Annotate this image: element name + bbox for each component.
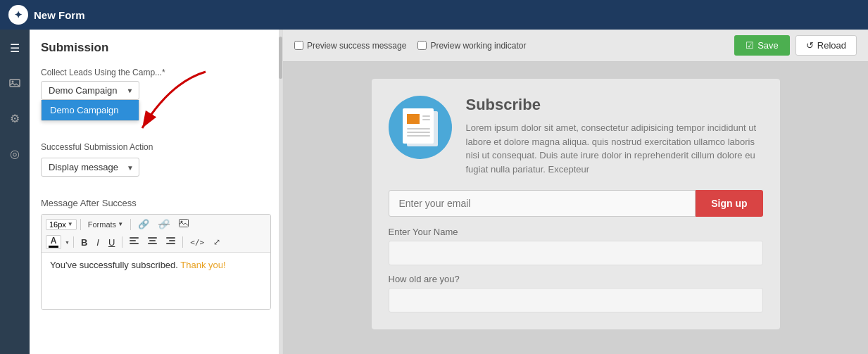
- italic-button[interactable]: I: [93, 236, 103, 249]
- svg-rect-8: [148, 237, 157, 239]
- subscribe-description: Lorem ipsum dolor sit amet, consectetur …: [466, 121, 763, 176]
- font-size-value: 16px: [49, 220, 66, 229]
- signup-button[interactable]: Sign up: [696, 190, 762, 217]
- separator-4: [122, 236, 122, 248]
- subscribe-title: Subscribe: [466, 96, 763, 114]
- link-button[interactable]: 🔗: [134, 217, 153, 231]
- campaign-dropdown-display[interactable]: Demo Campaign ▼: [41, 81, 139, 100]
- preview-working-checkbox-label[interactable]: Preview working indicator: [417, 41, 526, 51]
- preview-success-label: Preview success message: [307, 41, 406, 51]
- left-scrollbar[interactable]: [279, 30, 282, 354]
- newspaper-icon: [401, 107, 439, 148]
- email-row: Sign up: [389, 190, 763, 217]
- scrollbar-thumb: [279, 37, 282, 79]
- reload-icon: ↺: [806, 40, 814, 51]
- top-bar: ✦ New Form: [0, 0, 868, 30]
- app-logo: ✦: [8, 5, 28, 25]
- line-4: [407, 132, 430, 133]
- line-2: [422, 119, 430, 120]
- sidebar-item-gear[interactable]: ⚙: [4, 107, 26, 129]
- collect-leads-label: Collect Leads Using the Camp...*: [41, 68, 271, 77]
- subscribe-card: Subscribe Lorem ipsum dolor sit amet, co…: [372, 79, 780, 329]
- toolbar-row-1: 16px ▼ Formats ▼ 🔗 🔗: [46, 217, 266, 231]
- save-checkmark-icon: ☑: [746, 40, 754, 51]
- align-right-button[interactable]: [163, 236, 179, 248]
- svg-rect-6: [130, 240, 136, 241]
- reload-button[interactable]: ↺ Reload: [795, 35, 857, 56]
- font-color-indicator: [49, 246, 58, 248]
- font-size-select[interactable]: 16px ▼: [46, 219, 77, 230]
- formats-arrow-icon: ▼: [118, 221, 123, 227]
- display-message-select[interactable]: Display message: [41, 158, 139, 177]
- panel-title: Submission: [41, 41, 271, 55]
- formats-button[interactable]: Formats ▼: [84, 219, 127, 230]
- editor-toolbar: 16px ▼ Formats ▼ 🔗 🔗: [42, 215, 270, 253]
- image-button[interactable]: [175, 217, 192, 231]
- align-center-icon: [148, 237, 157, 247]
- separator-3: [73, 236, 74, 248]
- campaign-option-demo[interactable]: Demo Campaign: [42, 100, 139, 120]
- email-input[interactable]: [389, 190, 696, 217]
- save-button[interactable]: ☑ Save: [734, 35, 790, 56]
- age-label: How old are you?: [389, 274, 763, 284]
- left-panel: Submission Collect Leads Using the Camp.…: [30, 30, 283, 354]
- svg-rect-7: [130, 243, 139, 244]
- underline-button[interactable]: U: [105, 236, 118, 249]
- separator-2: [130, 219, 131, 230]
- font-size-arrow: ▼: [68, 221, 73, 227]
- svg-rect-11: [166, 237, 175, 239]
- sidebar-item-list[interactable]: ☰: [4, 37, 26, 59]
- font-color-arrow: ▼: [65, 240, 70, 245]
- sidebar-item-target[interactable]: ◎: [4, 142, 26, 165]
- icon-sidebar: ☰ ⚙ ◎: [0, 30, 30, 354]
- align-left-icon: [130, 237, 139, 247]
- thank-you-text: Thank you!: [180, 260, 225, 270]
- preview-success-checkbox-label[interactable]: Preview success message: [294, 41, 406, 51]
- preview-working-label: Preview working indicator: [430, 41, 526, 51]
- campaign-selected-value: Demo Campaign: [49, 85, 118, 96]
- bold-button[interactable]: B: [77, 236, 91, 249]
- subscribe-icon-circle: [389, 96, 452, 159]
- display-message-wrapper[interactable]: Display message ▼: [41, 158, 139, 177]
- campaign-dropdown[interactable]: Demo Campaign ▼ Demo Campaign: [41, 81, 271, 100]
- svg-rect-9: [149, 240, 156, 241]
- rich-text-editor: 16px ▼ Formats ▼ 🔗 🔗: [41, 214, 271, 310]
- save-label: Save: [757, 40, 779, 51]
- subscribe-header: Subscribe Lorem ipsum dolor sit amet, co…: [389, 96, 763, 176]
- link-icon: 🔗: [138, 219, 149, 229]
- separator-5: [182, 236, 183, 248]
- toolbar-row-2: A ▼ B I U: [46, 235, 266, 249]
- newspaper-orange-square: [407, 114, 420, 124]
- form-section: Sign up Enter Your Name How old are you?: [389, 190, 763, 312]
- align-left-button[interactable]: [126, 236, 142, 248]
- name-label: Enter Your Name: [389, 227, 763, 237]
- success-text: You've successfully subscribed.: [50, 260, 178, 270]
- subscribe-text-area: Subscribe Lorem ipsum dolor sit amet, co…: [466, 96, 763, 176]
- font-color-a-label: A: [51, 236, 57, 245]
- right-panel: Preview success message Preview working …: [283, 30, 868, 354]
- svg-rect-10: [148, 243, 157, 244]
- app-title: New Form: [34, 9, 85, 21]
- expand-icon: ⤢: [213, 237, 220, 247]
- svg-rect-12: [169, 240, 175, 241]
- unlink-icon: 🔗: [158, 219, 170, 229]
- svg-rect-13: [166, 243, 175, 244]
- font-color-button[interactable]: A: [46, 235, 61, 249]
- message-after-success-label: Message After Success: [41, 198, 271, 208]
- image-icon: [179, 219, 189, 229]
- formats-label: Formats: [88, 220, 116, 229]
- unlink-button[interactable]: 🔗: [155, 217, 173, 231]
- editor-content[interactable]: You've successfully subscribed. Thank yo…: [42, 253, 270, 309]
- expand-button[interactable]: ⤢: [210, 236, 224, 248]
- line-1: [422, 115, 430, 117]
- name-input[interactable]: [389, 241, 763, 265]
- preview-area: Subscribe Lorem ipsum dolor sit amet, co…: [283, 62, 868, 354]
- preview-success-checkbox[interactable]: [294, 41, 303, 50]
- age-input[interactable]: [389, 288, 763, 312]
- code-button[interactable]: </>: [187, 236, 208, 248]
- align-center-button[interactable]: [144, 236, 161, 248]
- sidebar-item-image[interactable]: [4, 72, 26, 94]
- preview-working-checkbox[interactable]: [417, 41, 427, 50]
- right-toolbar: Preview success message Preview working …: [283, 30, 868, 62]
- code-icon: </>: [190, 238, 204, 247]
